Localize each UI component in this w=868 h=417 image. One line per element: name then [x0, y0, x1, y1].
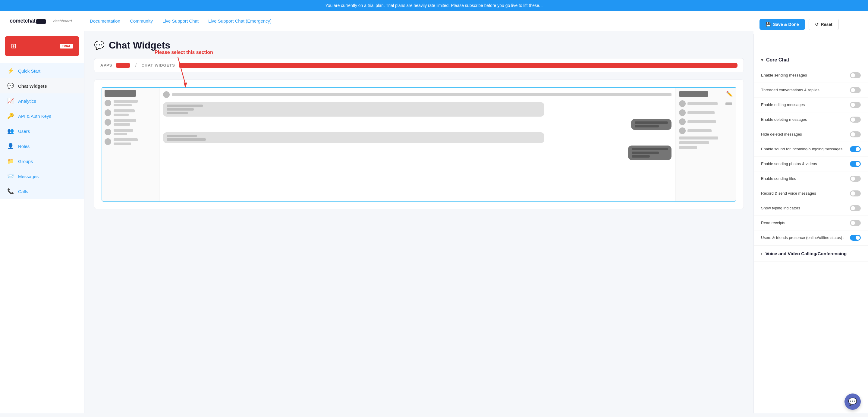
logo-text: cometchatPRO [10, 18, 46, 24]
mock-right-item [679, 127, 732, 134]
sidebar-label-quick-start: Quick Start [18, 68, 40, 73]
toggle-photos-videos[interactable] [850, 161, 861, 167]
sidebar-nav: ⚡ Quick Start 💬 Chat Widgets 📈 Analytics… [0, 61, 84, 201]
settings-item-voice: Record & send voice messages [754, 186, 868, 201]
settings-panel: 💾 Save & Done ↺ Reset ▾ Core Chat Enable… [753, 31, 868, 413]
sidebar-item-messages[interactable]: 📨 Messages [0, 169, 84, 184]
settings-item-label: Users & friends presence (online/offline… [761, 235, 850, 240]
toggle-hide-deleted[interactable] [850, 131, 861, 137]
toggle-read-receipts[interactable] [850, 220, 861, 226]
messages-icon: 📨 [7, 173, 14, 180]
sidebar-label-analytics: Analytics [18, 99, 36, 104]
mock-right-item [679, 109, 732, 116]
trial-badge: TRIAL [60, 44, 73, 49]
mock-status-line [114, 104, 132, 106]
toggle-files[interactable] [850, 175, 861, 182]
sidebar-item-analytics[interactable]: 📈 Analytics [0, 93, 84, 108]
chat-fab-button[interactable]: 💬 [844, 393, 861, 410]
settings-item-files: Enable sending files [754, 171, 868, 186]
mock-chat-avatar [163, 91, 170, 98]
sidebar-user-block: ⊞ TRIAL [5, 36, 79, 56]
voice-section-header[interactable]: › Voice and Video Calling/Conferencing [754, 246, 868, 261]
settings-item-hide-deleted: Hide deleted messages [754, 127, 868, 142]
apps-pill[interactable] [116, 63, 130, 68]
top-bar: cometchatPRO dashboard Documentation Com… [0, 11, 868, 31]
nav-live-support-emergency[interactable]: Live Support Chat (Emergency) [208, 19, 272, 24]
settings-item-label: Enable sending messages [761, 73, 850, 78]
trial-banner: You are currently on a trial plan. Trial… [0, 0, 868, 11]
settings-item-label: Threaded conversations & replies [761, 87, 850, 93]
chat-widgets-pill[interactable] [179, 63, 738, 68]
mock-list-item [104, 119, 157, 126]
toggle-sound[interactable] [850, 146, 861, 152]
settings-item-deleting: Enable deleting messages [754, 113, 868, 127]
nav-documentation[interactable]: Documentation [90, 19, 120, 24]
widget-preview: Please select this section ✏️ [94, 79, 744, 209]
settings-item-label: Enable editing messages [761, 102, 850, 107]
mock-chat-name [172, 93, 672, 96]
sidebar-label-api-keys: API & Auth Keys [18, 114, 51, 119]
mock-msg-received [163, 102, 544, 117]
settings-section-voice: › Voice and Video Calling/Conferencing [754, 246, 868, 262]
core-chat-header[interactable]: ▾ Core Chat [754, 52, 868, 68]
sidebar-item-calls[interactable]: 📞 Calls [0, 184, 84, 199]
settings-item-sound: Enable sound for incoming/outgoing messa… [754, 142, 868, 157]
toggle-deleting[interactable] [850, 117, 861, 123]
toggle-voice[interactable] [850, 190, 861, 196]
sidebar-item-api-keys[interactable]: 🔑 API & Auth Keys [0, 108, 84, 124]
mock-avatar [104, 129, 111, 135]
settings-item-typing: Show typing indicators [754, 201, 868, 216]
chevron-down-icon: ▾ [761, 58, 763, 62]
mock-right-panel [675, 88, 736, 201]
mock-chat-header [163, 91, 672, 98]
content-area: 💬 Chat Widgets APPS / CHAT WIDGETS Pleas… [84, 31, 753, 413]
settings-section-core: ▾ Core Chat Enable sending messages Thre… [754, 52, 868, 246]
mock-status-line [114, 123, 130, 126]
logo-area: cometchatPRO dashboard [10, 18, 72, 24]
mock-right-name [687, 111, 715, 114]
mock-avatar [104, 109, 111, 116]
settings-item-label: Enable sound for incoming/outgoing messa… [761, 147, 850, 152]
sidebar-label-calls: Calls [18, 189, 28, 194]
sidebar-item-users[interactable]: 👥 Users [0, 124, 84, 138]
mock-avatar [104, 100, 111, 106]
toggle-typing[interactable] [850, 205, 861, 211]
mock-chat-panel [159, 88, 675, 201]
edit-icon[interactable]: ✏️ [726, 91, 733, 97]
mock-right-detail [679, 146, 697, 149]
chat-widgets-bar-label: CHAT WIDGETS [141, 63, 175, 67]
sidebar-item-roles[interactable]: 👤 Roles [0, 138, 84, 154]
sidebar-item-chat-widgets[interactable]: 💬 Chat Widgets [0, 78, 84, 93]
toggle-enable-sending[interactable] [850, 72, 861, 78]
mock-list-item [104, 100, 157, 106]
toggle-editing[interactable] [850, 102, 861, 108]
settings-item-label: Enable sending files [761, 176, 850, 181]
mock-right-avatar [679, 100, 686, 107]
sidebar-label-users: Users [18, 129, 30, 134]
trial-banner-text: You are currently on a trial plan. Trial… [326, 3, 543, 8]
mock-chat-widget: ✏️ [101, 87, 736, 201]
calls-icon: 📞 [7, 188, 14, 195]
settings-item-read-receipts: Read receipts [754, 216, 868, 230]
sidebar-item-quick-start[interactable]: ⚡ Quick Start [0, 63, 84, 78]
toggle-threaded[interactable] [850, 87, 861, 93]
quick-start-icon: ⚡ [7, 67, 14, 74]
mock-right-name [687, 129, 712, 132]
settings-item-label: Show typing indicators [761, 205, 850, 211]
settings-item-label: Record & send voice messages [761, 191, 850, 196]
toggle-presence[interactable] [850, 235, 861, 241]
groups-icon: 📁 [7, 158, 14, 164]
page-header: 💬 Chat Widgets [94, 40, 744, 51]
mock-name-line [114, 109, 135, 113]
logo-dashboard: dashboard [50, 19, 72, 23]
mock-right-name [687, 102, 718, 105]
mock-avatar [104, 119, 111, 126]
sidebar-item-groups[interactable]: 📁 Groups [0, 154, 84, 169]
settings-item-label: Enable deleting messages [761, 117, 850, 122]
mock-msg-received-2 [163, 132, 544, 143]
main-layout: ⊞ TRIAL ⚡ Quick Start 💬 Chat Widgets 📈 A… [0, 31, 868, 413]
nav-live-support[interactable]: Live Support Chat [162, 19, 198, 24]
mock-right-badge [725, 102, 732, 105]
nav-community[interactable]: Community [130, 19, 153, 24]
page-title: Chat Widgets [109, 40, 170, 51]
